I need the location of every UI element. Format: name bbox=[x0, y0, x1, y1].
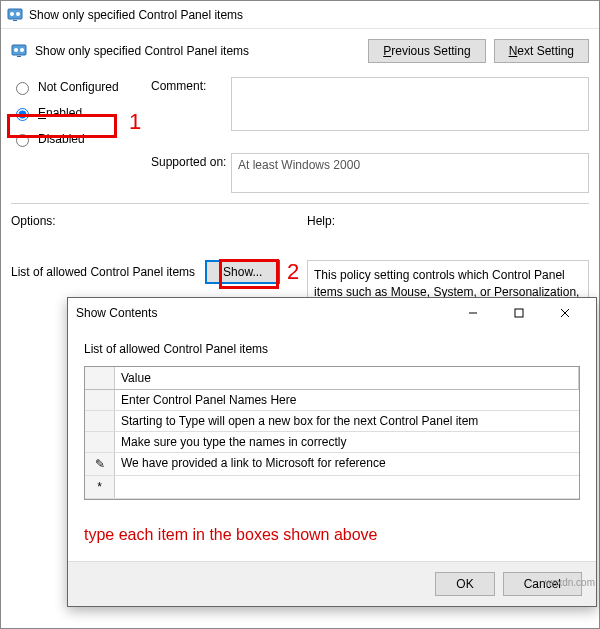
radio-not-configured-label: Not Configured bbox=[38, 80, 119, 94]
grid-row-marker: * bbox=[85, 476, 115, 498]
radio-enabled[interactable]: Enabled bbox=[11, 105, 151, 121]
grid-cell-value[interactable]: Enter Control Panel Names Here bbox=[115, 390, 579, 410]
grid-cell-value[interactable] bbox=[115, 476, 579, 498]
supported-on-value: At least Windows 2000 bbox=[231, 153, 589, 193]
radio-disabled-label: Disabled bbox=[38, 132, 85, 146]
previous-setting-button[interactable]: Previous Setting bbox=[368, 39, 485, 63]
grid-header-marker bbox=[85, 367, 115, 389]
show-contents-dialog: Show Contents List of allowed Control Pa… bbox=[67, 297, 597, 607]
radio-enabled-label: Enabled bbox=[38, 106, 82, 120]
maximize-button[interactable] bbox=[496, 298, 542, 328]
next-setting-button[interactable]: Next Setting bbox=[494, 39, 589, 63]
svg-rect-9 bbox=[515, 309, 523, 317]
grid-row[interactable]: * bbox=[85, 476, 579, 499]
grid-row[interactable]: Starting to Type will open a new box for… bbox=[85, 411, 579, 432]
svg-rect-1 bbox=[13, 20, 17, 21]
radio-not-configured[interactable]: Not Configured bbox=[11, 79, 151, 95]
grid-row-marker bbox=[85, 411, 115, 431]
svg-point-3 bbox=[16, 12, 20, 16]
svg-point-7 bbox=[20, 48, 24, 52]
show-button[interactable]: Show... bbox=[205, 260, 280, 284]
grid-row-marker bbox=[85, 432, 115, 452]
dialog-subtitle: List of allowed Control Panel items bbox=[84, 342, 580, 356]
grid-row-marker: ✎ bbox=[85, 453, 115, 475]
svg-point-6 bbox=[14, 48, 18, 52]
grid-row[interactable]: ✎We have provided a link to Microsoft fo… bbox=[85, 453, 579, 476]
header-row: Show only specified Control Panel items … bbox=[1, 29, 599, 77]
dialog-title: Show Contents bbox=[76, 306, 450, 320]
value-grid[interactable]: Value Enter Control Panel Names HereStar… bbox=[84, 366, 580, 500]
radio-disabled-input[interactable] bbox=[16, 134, 29, 147]
next-label: ext Setting bbox=[517, 44, 574, 58]
prev-label: revious Setting bbox=[391, 44, 470, 58]
comment-label: Comment: bbox=[151, 77, 231, 93]
options-list-label: List of allowed Control Panel items bbox=[11, 265, 195, 279]
radio-enabled-input[interactable] bbox=[16, 108, 29, 121]
titlebar: Show only specified Control Panel items bbox=[1, 1, 599, 29]
grid-cell-value[interactable]: We have provided a link to Microsoft for… bbox=[115, 453, 579, 475]
radio-disabled[interactable]: Disabled bbox=[11, 131, 151, 147]
grid-row[interactable]: Enter Control Panel Names Here bbox=[85, 390, 579, 411]
close-button[interactable] bbox=[542, 298, 588, 328]
page-title: Show only specified Control Panel items bbox=[35, 44, 360, 58]
help-heading: Help: bbox=[307, 214, 589, 228]
ok-button[interactable]: OK bbox=[435, 572, 494, 596]
grid-row[interactable]: Make sure you type the names in correctl… bbox=[85, 432, 579, 453]
minimize-button[interactable] bbox=[450, 298, 496, 328]
radio-not-configured-input[interactable] bbox=[16, 82, 29, 95]
supported-on-label: Supported on: bbox=[151, 153, 231, 169]
svg-rect-5 bbox=[17, 56, 21, 57]
comment-textarea[interactable] bbox=[231, 77, 589, 131]
watermark: wsxdn.com bbox=[545, 577, 595, 588]
grid-cell-value[interactable]: Make sure you type the names in correctl… bbox=[115, 432, 579, 452]
policy-editor-window: Show only specified Control Panel items … bbox=[0, 0, 600, 629]
grid-row-marker bbox=[85, 390, 115, 410]
control-panel-icon bbox=[11, 43, 27, 59]
grid-header-value: Value bbox=[115, 367, 579, 389]
svg-point-2 bbox=[10, 12, 14, 16]
options-heading: Options: bbox=[11, 214, 293, 228]
control-panel-icon bbox=[7, 7, 23, 23]
annotation-instruction: type each item in the boxes shown above bbox=[84, 526, 580, 544]
window-title: Show only specified Control Panel items bbox=[29, 8, 243, 22]
grid-cell-value[interactable]: Starting to Type will open a new box for… bbox=[115, 411, 579, 431]
